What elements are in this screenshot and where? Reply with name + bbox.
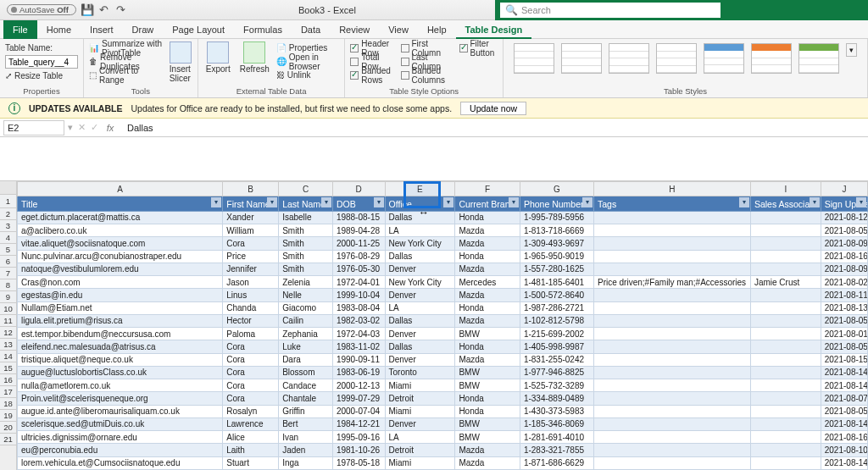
filter-drop-icon[interactable]: ▾ (582, 197, 593, 207)
cell[interactable]: Dallas (385, 211, 455, 224)
cell[interactable]: Miami (385, 379, 455, 392)
row-header[interactable]: 19 (0, 410, 16, 422)
styles-more-icon[interactable]: ▾ (846, 43, 857, 57)
cell[interactable]: Dallas (385, 340, 455, 353)
cell[interactable]: Isabelle (279, 211, 333, 224)
cell[interactable]: Jennifer (223, 263, 279, 275)
cell[interactable]: Griffin (279, 405, 333, 417)
cell[interactable] (750, 392, 821, 405)
cell[interactable]: natoque@vestibulumlorem.edu (18, 263, 223, 275)
table-row[interactable]: vitae.aliquet@sociisnatoque.comCoraSmith… (18, 237, 868, 250)
cell[interactable]: 1-430-373-5983 (520, 405, 593, 417)
cell[interactable]: Blossom (279, 366, 333, 379)
cell[interactable]: Honda (455, 405, 520, 417)
cell[interactable]: 1-831-255-0242 (520, 353, 593, 366)
col-header-E[interactable]: E (385, 182, 455, 196)
cell[interactable]: 1981-10-26 (332, 444, 385, 456)
cell[interactable]: 1-281-691-4010 (520, 431, 593, 444)
cell[interactable]: Smith (279, 224, 333, 237)
cell[interactable]: 1976-05-30 (332, 263, 385, 275)
table-row[interactable]: augue.id.ante@liberomaurisaliquam.co.ukR… (18, 405, 868, 417)
worksheet[interactable]: 123456789101112131415161718192021 ABCDEF… (0, 181, 868, 470)
cell[interactable]: Dallas (385, 314, 455, 327)
table-row[interactable]: lorem.vehicula.et@Cumsociisnatoque.eduSt… (18, 456, 868, 469)
cell[interactable]: 1-215-699-2002 (520, 328, 593, 340)
filter-drop-icon[interactable]: ▾ (211, 197, 221, 207)
cell[interactable]: Cora (223, 340, 279, 353)
cell[interactable] (750, 379, 821, 392)
row-header[interactable]: 11 (0, 315, 16, 327)
tab-draw[interactable]: Draw (123, 20, 164, 39)
cell[interactable]: Mazda (455, 456, 520, 469)
cell[interactable]: Chantale (279, 392, 333, 405)
cell[interactable]: egestas@in.edu (18, 289, 223, 301)
table-row[interactable]: nulla@ametlorem.co.ukCoraCandace2000-12-… (18, 379, 868, 392)
cell[interactable]: 1982-03-02 (332, 314, 385, 327)
cell[interactable]: LA (385, 224, 455, 237)
cell[interactable]: Giacomo (279, 301, 333, 314)
col-header-H[interactable]: H (594, 182, 751, 196)
cell[interactable]: Detroit (385, 444, 455, 456)
cell[interactable]: Mercedes (455, 276, 520, 289)
row-header[interactable]: 18 (0, 398, 16, 410)
cell[interactable]: 2021-08-12 (821, 211, 867, 224)
cell[interactable] (750, 366, 821, 379)
table-styles-gallery[interactable]: ▾ (509, 41, 862, 86)
cell[interactable] (594, 431, 751, 444)
cell[interactable] (594, 250, 751, 263)
name-box[interactable]: E2 (3, 120, 64, 135)
cell[interactable]: 1-405-998-9987 (520, 340, 593, 353)
cell[interactable]: 1-283-321-7855 (520, 444, 593, 456)
fx-icon[interactable]: fx (98, 123, 122, 133)
cell[interactable]: 1999-07-29 (332, 392, 385, 405)
cell[interactable]: Ivan (279, 431, 333, 444)
cell[interactable]: Zephania (279, 328, 333, 340)
cell[interactable]: Denver (385, 417, 455, 430)
cell[interactable]: 1995-09-16 (332, 431, 385, 444)
cell[interactable]: Dara (279, 353, 333, 366)
search-input[interactable]: 🔍 Search (500, 3, 721, 18)
cell[interactable]: Proin.velit@scelerisqueneque.org (18, 392, 223, 405)
cell[interactable] (750, 224, 821, 237)
cell[interactable]: 1972-04-03 (332, 328, 385, 340)
cell[interactable]: Mazda (455, 224, 520, 237)
table-header[interactable]: Phone Number▾ (520, 196, 593, 211)
table-header[interactable]: Sales Associate▾ (750, 196, 821, 211)
cell[interactable]: 1972-04-01 (332, 276, 385, 289)
cell[interactable] (594, 444, 751, 456)
cell[interactable]: Denver (385, 263, 455, 275)
cell[interactable]: 1-102-812-5798 (520, 314, 593, 327)
opt-banded-cols[interactable]: Banded Columns (401, 69, 453, 81)
cell[interactable] (594, 366, 751, 379)
cell[interactable]: 1-871-686-6629 (520, 456, 593, 469)
opt-filter-btn[interactable]: Filter Button (459, 41, 498, 54)
cell[interactable]: LA (385, 301, 455, 314)
autosave-toggle[interactable]: AutoSave Off (7, 4, 76, 15)
table-header[interactable]: First Name▾ (223, 196, 279, 211)
col-header-C[interactable]: C (279, 182, 333, 196)
cell[interactable]: Lawrence (223, 417, 279, 430)
table-row[interactable]: tristique.aliquet@neque.co.ukCoraDara199… (18, 353, 868, 366)
row-header[interactable]: 6 (0, 256, 16, 268)
cell[interactable]: Detroit (385, 392, 455, 405)
cell[interactable]: 2021-08-11 (821, 289, 867, 301)
cell[interactable]: 1-500-572-8640 (520, 289, 593, 301)
cell[interactable]: BMW (455, 366, 520, 379)
cell[interactable]: 2021-08-05 (821, 340, 867, 353)
cell[interactable]: Cora (223, 237, 279, 250)
table-row[interactable]: natoque@vestibulumlorem.eduJenniferSmith… (18, 263, 868, 275)
row-header[interactable]: 16 (0, 374, 16, 386)
row-header[interactable]: 15 (0, 362, 16, 374)
table-header[interactable]: Sign Up Date▾ (821, 196, 867, 211)
tab-file[interactable]: File (3, 20, 37, 39)
cell[interactable]: Laith (223, 444, 279, 456)
cell[interactable]: 2021-08-13 (821, 301, 867, 314)
cell[interactable]: eleifend.nec.malesuada@atrisus.ca (18, 340, 223, 353)
cell[interactable]: Bert (279, 417, 333, 430)
col-header-A[interactable]: A (18, 182, 223, 196)
cell[interactable]: eu@perconubia.edu (18, 444, 223, 456)
table-name-input[interactable] (5, 55, 78, 69)
row-header[interactable]: 3 (0, 220, 16, 232)
cell[interactable]: Dallas (385, 250, 455, 263)
cell[interactable]: 2000-07-04 (332, 405, 385, 417)
